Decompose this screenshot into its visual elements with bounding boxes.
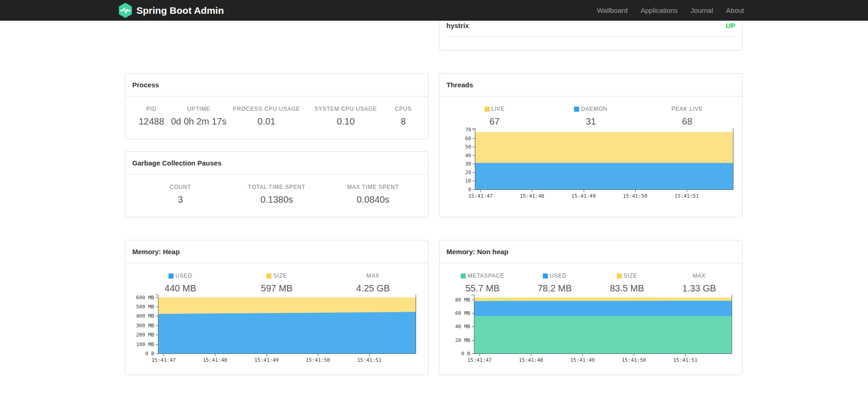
metric: SIZE83.5 MB: [591, 273, 663, 294]
y-tick-label: 30: [465, 161, 471, 167]
metric-label: TOTAL TIME SPENT: [229, 184, 325, 190]
y-tick-mark: [472, 340, 474, 341]
metric-label-text: MAX: [693, 273, 705, 279]
x-tick-label: 15:41:51: [357, 357, 382, 363]
legend-swatch-icon: [574, 107, 579, 112]
x-tick-label: 15:41:51: [675, 193, 699, 199]
metric-value: 0.01: [227, 116, 306, 127]
series-metaspace: [474, 316, 732, 354]
y-tick-mark: [472, 353, 474, 354]
y-tick-mark: [472, 326, 474, 327]
heap-chart: 0 B100 MB200 MB300 MB400 MB500 MB600 MB1…: [158, 295, 416, 354]
metric-label: SIZE: [591, 273, 663, 279]
x-tick-mark: [584, 190, 584, 192]
metric-label-text: TOTAL TIME SPENT: [248, 184, 305, 190]
y-tick-label: 300 MB: [136, 322, 154, 328]
metric-label-text: DAEMON: [581, 106, 607, 112]
x-tick-label: 15:41:50: [306, 357, 330, 363]
x-tick-mark: [266, 354, 267, 356]
y-tick-mark: [156, 316, 158, 316]
brand-link[interactable]: Spring Boot Admin: [118, 0, 224, 21]
legend-swatch-icon: [266, 273, 271, 279]
y-tick-mark: [472, 313, 474, 313]
threads-chart: 01020304050607015:41:4715:41:4815:41:491…: [475, 128, 733, 190]
x-tick-label: 15:41:50: [623, 193, 647, 199]
metric-label: DAEMON: [543, 106, 639, 112]
x-tick-label: 15:41:47: [152, 357, 176, 363]
y-tick-mark: [156, 325, 158, 326]
y-tick-mark: [156, 307, 158, 307]
x-tick-mark: [634, 354, 634, 356]
metric-label-text: USED: [550, 273, 567, 279]
process-metrics: PID12488UPTIME0d 0h 2m 17sPROCESS CPU US…: [132, 106, 421, 127]
x-tick-label: 15:41:49: [254, 357, 279, 363]
metric-label-text: PROCESS CPU USAGE: [233, 106, 300, 112]
metric-value: 31: [543, 116, 639, 127]
nav-item-about[interactable]: About: [720, 0, 744, 21]
nonheap-legend: METASPACE55.7 MBUSED78.2 MBSIZE83.5 MBMA…: [446, 273, 735, 294]
y-tick-label: 40: [465, 152, 471, 158]
y-tick-mark: [473, 189, 475, 190]
y-tick-label: 0 B: [145, 351, 154, 357]
metric-label: PEAK LIVE: [639, 106, 735, 112]
panel-title: Threads: [440, 74, 742, 97]
metric-value: 83.5 MB: [591, 283, 663, 294]
metric-label: PID: [132, 106, 171, 112]
x-tick-label: 15:41:49: [571, 193, 596, 199]
nav-item-journal[interactable]: Journal: [684, 0, 720, 21]
legend-swatch-icon: [461, 273, 466, 279]
y-tick-mark: [473, 172, 475, 173]
x-tick-mark: [369, 354, 370, 356]
y-tick-label: 40 MB: [455, 324, 470, 330]
legend-swatch-icon: [485, 107, 490, 112]
y-tick-mark: [473, 138, 475, 139]
metric-value: 0d 0h 2m 17s: [171, 116, 227, 127]
metric-value: 0.10: [306, 116, 386, 127]
y-tick-label: 200 MB: [136, 332, 154, 338]
metric-value: 12488: [132, 116, 171, 127]
memory-heap-panel: Memory: Heap USED440 MBSIZE597 MBMAX4.25…: [125, 240, 428, 375]
y-tick-mark: [156, 344, 158, 345]
metric: TOTAL TIME SPENT0.1380s: [229, 184, 325, 205]
y-tick-label: 70: [465, 126, 471, 132]
y-tick-mark: [473, 130, 475, 130]
metric-label-text: SIZE: [273, 273, 287, 279]
chart-area-svg: [475, 128, 733, 189]
metric-label: COUNT: [132, 184, 229, 190]
y-tick-label: 60: [465, 135, 471, 141]
x-tick-mark: [532, 190, 532, 192]
status-badge: UP: [726, 22, 735, 29]
legend-swatch-icon: [543, 273, 548, 279]
x-tick-mark: [479, 354, 480, 356]
metric: MAX TIME SPENT0.0840s: [325, 184, 421, 205]
metric-label: LIVE: [446, 106, 543, 112]
x-tick-label: 15:41:51: [673, 357, 698, 363]
metric-label: PROCESS CPU USAGE: [227, 106, 306, 112]
nav-item-applications[interactable]: Applications: [634, 0, 684, 21]
metric: PROCESS CPU USAGE0.01: [227, 106, 306, 127]
metric-label-text: CPUS: [395, 106, 412, 112]
metric-label-text: SYSTEM CPU USAGE: [315, 106, 377, 112]
brand-title: Spring Boot Admin: [136, 5, 224, 16]
metric-value: 597 MB: [229, 283, 325, 294]
metric-label-text: MAX TIME SPENT: [347, 184, 399, 190]
metric-value: 68: [639, 116, 735, 127]
y-tick-label: 20: [465, 169, 471, 175]
panel-title: Memory: Non heap: [440, 240, 742, 263]
metric: LIVE67: [446, 106, 543, 127]
nav-item-wallboard[interactable]: Wallboard: [591, 0, 634, 21]
y-tick-label: 50: [465, 144, 471, 150]
metric-value: 3: [132, 194, 229, 205]
metric: USED78.2 MB: [519, 273, 591, 294]
metric: SYSTEM CPU USAGE0.10: [306, 106, 386, 127]
metric: SIZE597 MB: [229, 273, 325, 294]
y-tick-mark: [156, 353, 158, 354]
heap-legend: USED440 MBSIZE597 MBMAX4.25 GB: [132, 273, 421, 294]
x-tick-label: 15:41:47: [468, 193, 493, 199]
metric-label-text: LIVE: [491, 106, 505, 112]
metric-label: MAX: [663, 273, 735, 279]
y-tick-label: 100 MB: [136, 341, 154, 347]
metric-label-text: PEAK LIVE: [671, 106, 703, 112]
legend-swatch-icon: [169, 273, 174, 279]
y-tick-mark: [156, 297, 158, 298]
